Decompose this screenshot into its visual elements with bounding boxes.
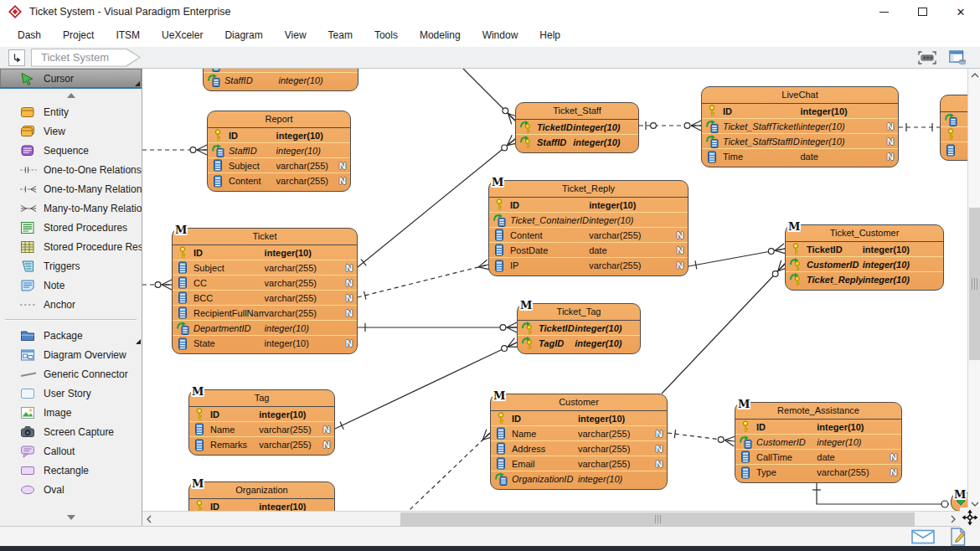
tool-resultset[interactable]: Stored Procedure ResultSet	[0, 237, 142, 256]
overview-panel-icon[interactable]	[946, 49, 968, 67]
entity-Ticket_Customer[interactable]: MTicket_CustomerTicketIDinteger(10)Custo…	[785, 224, 944, 291]
entity-column-row[interactable]	[941, 127, 967, 142]
tool-callout[interactable]: Callout	[0, 441, 142, 461]
menu-item[interactable]: Project	[52, 29, 105, 41]
tool-one-one[interactable]: One-to-One Relationship	[0, 160, 142, 179]
menu-item[interactable]: Window	[472, 29, 529, 41]
tool-cursor[interactable]: Cursor	[0, 69, 142, 89]
messages-icon[interactable]	[911, 529, 935, 544]
entity-column-row[interactable]: CallTimedateN	[735, 450, 901, 465]
menu-item[interactable]: Diagram	[214, 29, 273, 41]
diagram-canvas[interactable]: StaffIDinteger(10)ReportIDinteger(10)Sta…	[142, 69, 967, 511]
maximize-button[interactable]	[903, 0, 941, 23]
menu-item[interactable]: View	[274, 29, 317, 41]
entity-Organization[interactable]: MOrganizationIDinteger(10)	[188, 481, 335, 511]
entity-Ticket_Tag[interactable]: MTicket_TagTicketIDinteger(10)TagIDinteg…	[517, 303, 641, 354]
entity-column-row[interactable]: IDinteger(10)	[189, 499, 334, 511]
entity-column-row[interactable]: Addressvarchar(255)N	[491, 441, 667, 456]
entity-column-row[interactable]: TagIDinteger(10)	[518, 336, 640, 351]
horizontal-scrollbar-thumb[interactable]	[400, 512, 915, 526]
entity-LiveChat[interactable]: LiveChatIDinteger(10)Ticket_StaffTicketI…	[701, 86, 899, 167]
close-button[interactable]: ✕	[941, 0, 980, 23]
entity-column-row[interactable]: IDinteger(10)	[491, 411, 667, 426]
minimize-button[interactable]	[864, 0, 903, 23]
tool-oval[interactable]: Oval	[0, 480, 142, 499]
tool-one-many[interactable]: One-to-Many Relationship	[0, 179, 142, 198]
entity-Ticket[interactable]: MTicketIDinteger(10)Subjectvarchar(255)N…	[172, 228, 358, 354]
vertical-scrollbar-thumb[interactable]	[969, 208, 980, 360]
menu-item[interactable]: Dash	[7, 29, 52, 41]
entity-column-row[interactable]: Ticket_ReplyIDinteger(10)	[786, 272, 943, 287]
palette-collapse-down-button[interactable]	[0, 511, 142, 524]
entity-column-row[interactable]: Contentvarchar(255)N	[208, 173, 350, 188]
entity-column-row[interactable]: TicketIDinteger(10)	[518, 321, 640, 336]
tool-anchor[interactable]: Anchor	[0, 295, 142, 314]
entity-staff-partial[interactable]: StaffIDinteger(10)	[203, 69, 358, 91]
entity-column-row[interactable]: Emailvarchar(255)N	[491, 456, 667, 471]
menu-item[interactable]: Tools	[364, 29, 409, 41]
vertical-scrollbar[interactable]	[967, 69, 980, 511]
scroll-up-button[interactable]	[968, 69, 980, 82]
tool-generic-connector[interactable]: Generic Connector	[0, 364, 142, 384]
tool-image[interactable]: Image	[0, 403, 142, 422]
entity-column-row[interactable]: Remarksvarchar(255)N	[189, 437, 334, 452]
entity-column-row[interactable]: IDinteger(10)	[702, 104, 898, 119]
entity-column-row[interactable]: Subjectvarchar(255)N	[173, 260, 357, 276]
horizontal-scrollbar[interactable]	[142, 511, 960, 526]
tool-diagram-overview[interactable]: Diagram Overview	[0, 345, 142, 364]
scroll-left-button[interactable]	[142, 512, 156, 526]
entity-column-row[interactable]: Namevarchar(255)N	[189, 422, 334, 437]
menu-item[interactable]: ITSM	[105, 29, 151, 41]
entity-column-row[interactable]: Namevarchar(255)N	[491, 426, 667, 441]
entity-column-row[interactable]	[941, 142, 967, 157]
tool-many-many[interactable]: Many-to-Many Relationship	[0, 198, 142, 218]
menu-item[interactable]: Team	[317, 29, 364, 41]
entity-column-row[interactable]: CustomerIDinteger(10)	[735, 435, 901, 450]
tool-package[interactable]: Package	[0, 326, 142, 345]
tool-view[interactable]: View	[0, 121, 142, 141]
entity-Report[interactable]: ReportIDinteger(10)StaffIDinteger(10)Sub…	[207, 111, 351, 192]
tool-triggers[interactable]: Triggers	[0, 256, 142, 276]
entity-column-row[interactable]: Ticket_StaffTicketIDinteger(10)N	[702, 119, 898, 134]
breadcrumb[interactable]: Ticket System	[31, 49, 143, 67]
entity-column-row[interactable]: BCCvarchar(255)N	[173, 291, 357, 306]
entity-column-row[interactable]	[941, 112, 967, 127]
tool-entity[interactable]: Entity	[0, 102, 142, 121]
pan-tool-button[interactable]	[960, 507, 980, 528]
entity-column-row[interactable]: Typevarchar(255)N	[735, 465, 901, 480]
entity-column-row[interactable]: Stateinteger(10)N	[173, 336, 357, 351]
entity-Customer[interactable]: MCustomerIDinteger(10)Namevarchar(255)NA…	[490, 394, 668, 490]
entity-column-row[interactable]: IDinteger(10)	[489, 198, 688, 213]
menu-item[interactable]: Modeling	[409, 29, 472, 41]
entity-right-partial[interactable]	[940, 95, 967, 161]
tool-rectangle[interactable]: Rectangle	[0, 461, 142, 480]
entity-column-row[interactable]: PostDatedateN	[489, 243, 688, 258]
entity-column-row[interactable]: IDinteger(10)	[189, 407, 334, 422]
entity-Remote_Assistance[interactable]: MRemote_AssistanceIDinteger(10)CustomerI…	[735, 402, 902, 483]
scroll-right-button[interactable]	[946, 512, 960, 526]
entity-column-row[interactable]: Contentvarchar(255)N	[489, 228, 688, 243]
diagram-navigator-button[interactable]	[8, 49, 25, 66]
entity-column-row[interactable]: Ticket_StaffStaffIDinteger(10)N	[702, 134, 898, 149]
fit-to-window-icon[interactable]	[916, 49, 938, 67]
entity-column-row[interactable]: Ticket_ContainerIDinteger(10)	[489, 213, 688, 228]
entity-column-row[interactable]: DepartmentIDinteger(10)	[173, 321, 357, 336]
entity-Tag[interactable]: MTagIDinteger(10)Namevarchar(255)NRemark…	[188, 389, 335, 456]
entity-column-row[interactable]: IPvarchar(255)N	[489, 258, 688, 273]
palette-collapse-up-button[interactable]	[0, 89, 142, 102]
entity-column-row[interactable]: RecipientFullNamevarchar(255)N	[173, 306, 357, 321]
tool-screen-capture[interactable]: Screen Capture	[0, 422, 142, 441]
menu-item[interactable]: Help	[529, 29, 571, 41]
menu-item[interactable]: UeXceler	[151, 29, 214, 41]
entity-column-row[interactable]: IDinteger(10)	[735, 420, 901, 435]
entity-column-row[interactable]: StaffIDinteger(10)	[204, 73, 358, 88]
log-icon[interactable]	[950, 528, 967, 546]
entity-Ticket_Reply[interactable]: MTicket_ReplyIDinteger(10)Ticket_Contain…	[488, 180, 689, 276]
entity-Ticket_Staff[interactable]: Ticket_StaffTicketIDinteger(10)StaffIDin…	[515, 102, 639, 153]
tool-note[interactable]: Note	[0, 276, 142, 295]
tool-sequence[interactable]: Sequence	[0, 141, 142, 160]
entity-column-row[interactable]: IDinteger(10)	[173, 245, 357, 260]
entity-column-row[interactable]: TicketIDinteger(10)	[786, 242, 943, 257]
entity-column-row[interactable]: StaffIDinteger(10)	[516, 135, 638, 150]
tool-user-story[interactable]: User Story	[0, 384, 142, 403]
